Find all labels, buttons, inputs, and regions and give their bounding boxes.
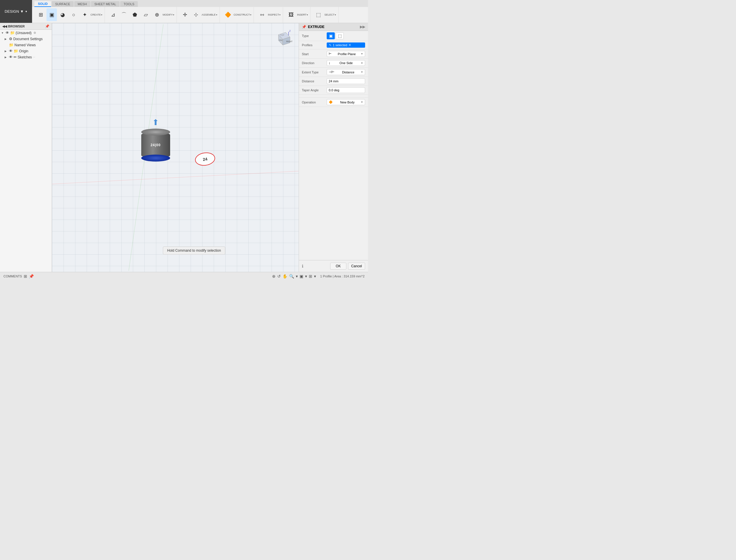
tree-item-origin[interactable]: ▶ 👁 📁 Origin (0, 48, 52, 54)
design-button[interactable]: DESIGN ▼ (0, 0, 32, 23)
panel-row-operation: Operation 🔶 New Body (299, 98, 368, 107)
modify-label[interactable]: MODIFY (163, 13, 174, 16)
tree-item-sketches[interactable]: ▶ 👁 ✏ Sketches ··· (0, 54, 52, 60)
info-icon[interactable]: ℹ (302, 264, 303, 268)
direction-control: ↕ One Side (327, 60, 365, 66)
panel-footer: ℹ OK Cancel (299, 260, 368, 272)
zoom-arrow-icon[interactable]: ▾ (296, 274, 298, 279)
profiles-selected-badge[interactable]: ↖ 1 selected ✕ (327, 42, 365, 48)
fillet-btn[interactable]: ⌒ (119, 8, 129, 21)
operation-dropdown[interactable]: 🔶 New Body (327, 99, 365, 105)
measure-btn[interactable]: ⇿ (257, 8, 267, 21)
tree-label-root: (Unsaved) (16, 31, 31, 35)
select-label[interactable]: SELECT (325, 13, 336, 16)
zoom-icon[interactable]: 🔍 (289, 274, 294, 279)
joint-btn[interactable]: ✛ (180, 8, 190, 21)
move-icon: ⊹ (194, 12, 198, 17)
browser-collapse-icon[interactable]: ◀◀ (2, 25, 7, 28)
inspect-label[interactable]: INSPECT (268, 13, 281, 16)
tree-label-origin: Origin (19, 49, 28, 53)
start-control: ⊢ Profile Plane (327, 51, 365, 57)
press-pull-btn[interactable]: ⊿ (108, 8, 118, 21)
nav-cube-svg: Z TOP FRONT RIGHT (270, 29, 293, 52)
dimension-annotation[interactable]: 24 (195, 153, 215, 166)
combine-btn[interactable]: ⊕ (152, 8, 162, 21)
select-btn[interactable]: ⬚ (314, 8, 324, 21)
revolve-btn[interactable]: ◕ (58, 8, 68, 21)
type-buttons: ▣ ⬚ (327, 32, 365, 39)
extent-type-dropdown[interactable]: ⊣⊢ Distance (327, 69, 365, 75)
panel-spacer (299, 95, 368, 98)
operation-value: New Body (340, 101, 355, 104)
type-surface-btn[interactable]: ⬚ (336, 32, 344, 39)
tree-item-root[interactable]: ▼ 👁 📁 (Unsaved) ⚙ (0, 30, 52, 36)
tab-sheet-metal[interactable]: SHEET METAL (91, 1, 120, 7)
root-options-icon[interactable]: ⚙ (34, 31, 36, 34)
chamfer-btn[interactable]: ⬟ (130, 8, 140, 21)
tab-solid[interactable]: SOLID (34, 1, 51, 7)
distance-input[interactable] (327, 78, 365, 84)
cylinder-3d[interactable]: ⬆ 24|00 (141, 132, 170, 158)
move-btn[interactable]: ⊹ (191, 8, 201, 21)
insert-label[interactable]: INSERT (297, 13, 308, 16)
viewport[interactable]: ⬆ 24|00 24 Z (52, 23, 299, 272)
status-right: 1 Profile | Area : 314.159 mm^2 (320, 275, 365, 278)
direction-dropdown[interactable]: ↕ One Side (327, 60, 365, 66)
badge-clear-icon[interactable]: ✕ (349, 43, 351, 47)
move-icon[interactable]: ⊕ (272, 274, 276, 279)
browser-pin-icon[interactable]: 📌 (45, 24, 49, 28)
ok-button[interactable]: OK (330, 263, 346, 270)
tree-item-named-views[interactable]: ▶ 📁 Named Views (0, 42, 52, 48)
inspect-group: ⇿ INSPECT (255, 7, 283, 23)
create-label[interactable]: CREATE (90, 13, 102, 16)
cursor-icon: ↖ (329, 43, 332, 47)
new-component-btn[interactable]: ⊞ (36, 8, 46, 21)
up-arrow-icon[interactable]: ⬆ (152, 118, 159, 127)
toolbar-icons: ⊞ ▣ ◕ ○ ✦ CREATE ⊿ (32, 7, 368, 23)
grid-background (52, 23, 299, 272)
cylinder-base (141, 155, 170, 162)
select-icon: ⬚ (316, 12, 321, 17)
assemble-label[interactable]: ASSEMBLE (202, 13, 217, 16)
pattern-btn[interactable]: ✦ (79, 8, 90, 21)
tab-surface[interactable]: SURFACE (52, 1, 74, 7)
start-dropdown[interactable]: ⊢ Profile Plane (327, 51, 365, 57)
panel-expand-icon[interactable]: ▶▶ (360, 25, 365, 29)
comments-pin-icon[interactable]: 📌 (29, 274, 34, 279)
browser-header: ◀◀ BROWSER 📌 (0, 23, 52, 30)
hole-btn[interactable]: ○ (68, 8, 79, 21)
tab-bar: SOLID SURFACE MESH SHEET METAL TOOLS (32, 0, 368, 7)
nav-cube[interactable]: Z TOP FRONT RIGHT (270, 29, 293, 52)
bottom-bar: COMMENTS ⊞ 📌 ⊕ ↺ ✋ 🔍 ▾ ▣ ▾ ⊞ ▾ 1 Profile… (0, 272, 368, 280)
insert-image-btn[interactable]: 🖼 (286, 8, 296, 21)
panel-pin-icon[interactable]: 📌 (302, 25, 306, 29)
construct-label[interactable]: CONSTRUCT (234, 13, 252, 16)
tree-item-doc-settings[interactable]: ▶ ⚙ Document Settings (0, 36, 52, 42)
display-arrow-icon[interactable]: ▾ (305, 274, 307, 279)
taper-input[interactable] (327, 87, 365, 93)
type-solid-btn[interactable]: ▣ (327, 32, 335, 39)
comments-expand-icon[interactable]: ⊞ (24, 274, 27, 279)
pan-icon[interactable]: ✋ (283, 274, 288, 279)
joint-icon: ✛ (183, 12, 187, 17)
bottom-left: COMMENTS ⊞ 📌 (3, 274, 34, 279)
tab-mesh[interactable]: MESH (74, 1, 90, 7)
orbit-icon[interactable]: ↺ (277, 274, 281, 279)
dim-circle: 24 (194, 151, 216, 167)
direction-value: One Side (340, 61, 353, 65)
svg-text:Z: Z (289, 29, 291, 32)
offset-plane-btn[interactable]: 🔶 (223, 8, 233, 21)
grid-icon[interactable]: ⊞ (309, 274, 312, 279)
measure-icon: ⇿ (260, 12, 264, 17)
tab-tools[interactable]: TOOLS (120, 1, 138, 7)
cancel-button[interactable]: Cancel (348, 263, 365, 270)
offset-plane-icon: 🔶 (225, 12, 231, 17)
shell-btn[interactable]: ▱ (141, 8, 151, 21)
construct-group: 🔶 CONSTRUCT (220, 7, 254, 23)
type-label: Type (302, 34, 325, 38)
tree-icon-eye-sketches: 👁 (9, 55, 13, 59)
extrude-btn[interactable]: ▣ (47, 8, 57, 21)
grid-arrow-icon[interactable]: ▾ (314, 274, 316, 279)
panel-row-start: Start ⊢ Profile Plane (299, 49, 368, 59)
display-icon[interactable]: ▣ (300, 274, 303, 279)
